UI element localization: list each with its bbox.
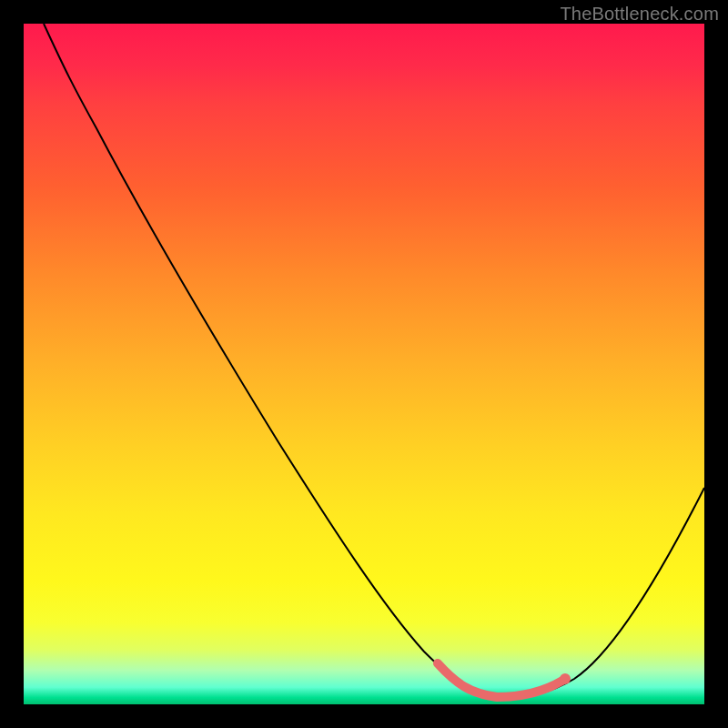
marker-dot-right bbox=[560, 673, 571, 684]
bottleneck-curve bbox=[44, 24, 704, 697]
chart-frame bbox=[24, 24, 704, 704]
bottleneck-curve-svg bbox=[24, 24, 704, 704]
optimal-range-marker bbox=[438, 663, 562, 697]
watermark-text: TheBottleneck.com bbox=[560, 4, 719, 25]
